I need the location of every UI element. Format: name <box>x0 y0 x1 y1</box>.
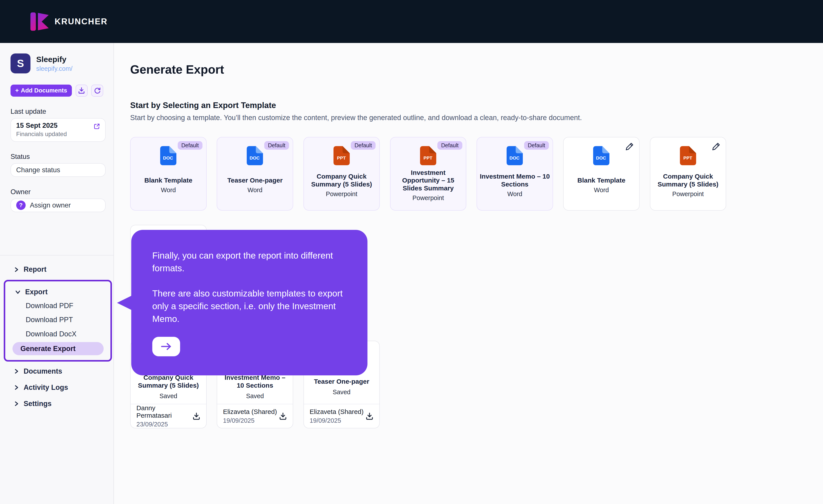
default-badge: Default <box>524 141 549 150</box>
template-title: Blank Template <box>144 176 192 184</box>
svg-text:DOC: DOC <box>163 155 173 160</box>
refresh-button[interactable] <box>91 85 103 97</box>
sidebar-item-download-pdf[interactable]: Download PDF <box>5 299 111 313</box>
file-type-icon: PPT <box>420 146 436 165</box>
chevron-right-icon <box>13 267 19 273</box>
download-button[interactable] <box>75 85 88 97</box>
sidebar-item-download-ppt[interactable]: Download PPT <box>5 313 111 327</box>
template-card[interactable]: Default PPT Investment Opportunity – 15 … <box>390 137 467 210</box>
status-label: Status <box>10 153 106 161</box>
template-card[interactable]: Default DOC Teaser One-pager Word <box>217 137 293 210</box>
default-badge: Default <box>178 141 202 150</box>
template-title: Teaser One-pager <box>227 176 283 184</box>
saved-owner: Danny Permatasari <box>136 404 192 419</box>
sidebar-item-report[interactable]: Report <box>0 263 114 276</box>
chevron-down-icon <box>15 289 21 295</box>
change-status-input[interactable]: Change status <box>10 163 106 177</box>
plus-icon: + <box>15 87 19 94</box>
chevron-right-icon <box>13 400 19 407</box>
chevron-right-icon <box>13 368 19 374</box>
section-title: Start by Selecting an Export Template <box>130 101 823 110</box>
template-card[interactable]: Default DOC Blank Template Word <box>130 137 207 210</box>
company-url-link[interactable]: sleepify.com/ <box>36 65 72 72</box>
saved-status-badge: Saved <box>160 392 177 400</box>
download-icon <box>77 87 86 95</box>
saved-date: 19/09/2025 <box>310 417 363 424</box>
tooltip-text-2: There are also customizable templates to… <box>152 287 346 325</box>
kruncher-logo-icon <box>30 12 50 31</box>
sidebar-item-activity-logs[interactable]: Activity Logs <box>0 381 114 394</box>
tooltip-text-1: Finally, you can export the report into … <box>152 249 346 275</box>
svg-text:DOC: DOC <box>250 155 260 160</box>
template-title: Blank Template <box>578 176 625 184</box>
saved-title: Investment Memo – 10 Sections <box>220 374 290 389</box>
company-avatar: S <box>10 53 30 73</box>
file-type-icon: DOC <box>247 146 263 165</box>
app-window: KRUNCHER S Sleepify sleepify.com/ +Add D… <box>0 0 823 504</box>
tooltip-beak <box>117 296 132 310</box>
template-format: Word <box>248 186 263 194</box>
sidebar-item-documents[interactable]: Documents <box>0 365 114 378</box>
last-update-date: 15 Sept 2025 <box>16 122 100 130</box>
template-format: Word <box>594 186 609 194</box>
template-title: Company Quick Summary (5 Slides) <box>307 172 377 188</box>
template-format: Powerpoint <box>326 190 357 198</box>
edit-pencil-icon[interactable] <box>711 142 720 151</box>
saved-date: 19/09/2025 <box>223 417 277 424</box>
question-icon: ? <box>16 200 26 210</box>
template-title: Investment Opportunity – 15 Slides Summa… <box>393 169 463 192</box>
last-update-card: 15 Sept 2025 Financials updated <box>10 118 106 142</box>
saved-status-badge: Saved <box>333 388 350 396</box>
page-title: Generate Export <box>130 43 823 76</box>
template-card[interactable]: DOC Blank Template Word <box>563 137 640 210</box>
sidebar-item-settings[interactable]: Settings <box>0 397 114 410</box>
download-icon[interactable] <box>279 412 288 421</box>
onboarding-tooltip: Finally, you can export the report into … <box>131 230 367 375</box>
default-badge: Default <box>351 141 375 150</box>
saved-owner: Elizaveta (Shared) <box>310 408 363 415</box>
main-content: Generate Export Start by Selecting an Ex… <box>114 43 823 504</box>
top-bar: KRUNCHER <box>0 0 823 43</box>
saved-date: 23/09/2025 <box>136 421 192 428</box>
sidebar-item-export[interactable]: Export <box>5 286 111 299</box>
download-icon[interactable] <box>365 412 374 421</box>
refresh-icon <box>93 87 101 95</box>
default-badge: Default <box>264 141 289 150</box>
svg-text:PPT: PPT <box>337 155 346 160</box>
template-format: Word <box>507 190 522 198</box>
tooltip-next-button[interactable] <box>152 337 180 356</box>
template-card[interactable]: PPT Company Quick Summary (5 Slides) Pow… <box>650 137 726 210</box>
sidebar-item-generate-export[interactable]: Generate Export <box>12 342 104 355</box>
template-card[interactable]: Default DOC Investment Memo – 10 Section… <box>477 137 553 210</box>
default-badge: Default <box>437 141 462 150</box>
svg-text:PPT: PPT <box>683 155 692 160</box>
svg-text:DOC: DOC <box>596 155 606 160</box>
template-format: Powerpoint <box>413 194 444 202</box>
arrow-right-icon <box>160 342 172 351</box>
export-highlight-box: Export Download PDF Download PPT Downloa… <box>4 280 112 362</box>
brand-name: KRUNCHER <box>54 17 108 26</box>
file-type-icon: DOC <box>593 146 609 165</box>
sidebar: S Sleepify sleepify.com/ +Add Documents <box>0 43 114 504</box>
chevron-right-icon <box>13 384 19 391</box>
saved-title: Teaser One-pager <box>314 377 369 385</box>
sidebar-nav: Report Export Download PDF Download PPT … <box>0 255 114 410</box>
file-type-icon: PPT <box>680 146 696 165</box>
template-format: Powerpoint <box>672 190 704 198</box>
saved-status-badge: Saved <box>246 392 264 400</box>
last-update-note: Financials updated <box>16 131 100 138</box>
assign-owner-input[interactable]: ? Assign owner <box>10 198 106 212</box>
download-icon[interactable] <box>192 412 201 421</box>
template-card[interactable]: Default PPT Company Quick Summary (5 Sli… <box>304 137 380 210</box>
edit-pencil-icon[interactable] <box>625 142 634 151</box>
external-link-icon[interactable] <box>93 123 101 130</box>
svg-text:DOC: DOC <box>509 155 519 160</box>
template-title: Investment Memo – 10 Sections <box>480 172 550 188</box>
saved-title: Company Quick Summary (5 Slides) <box>134 374 203 389</box>
sidebar-item-download-docx[interactable]: Download DocX <box>5 327 111 341</box>
saved-owner: Elizaveta (Shared) <box>223 408 277 415</box>
add-documents-button[interactable]: +Add Documents <box>10 85 72 97</box>
company-name: Sleepify <box>36 55 72 64</box>
section-description: Start by choosing a template. You’ll the… <box>130 114 823 122</box>
last-update-label: Last update <box>10 108 106 116</box>
